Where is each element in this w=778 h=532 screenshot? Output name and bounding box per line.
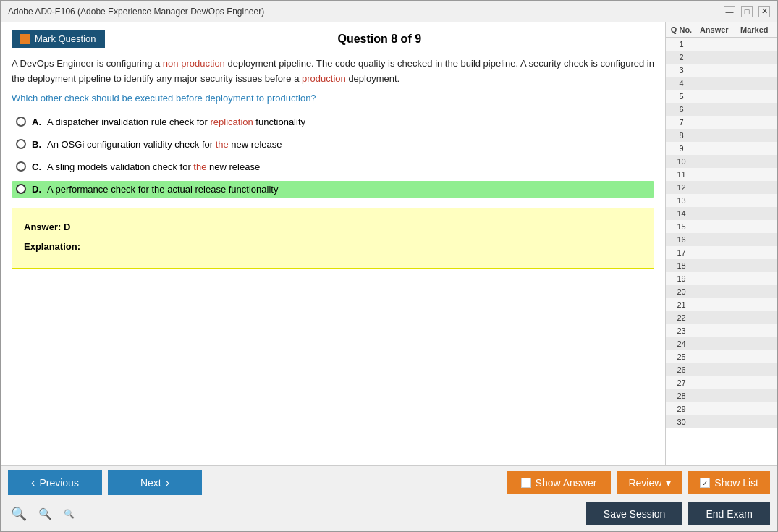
row-qno: 13 — [669, 196, 694, 205]
option-d-label: D. — [32, 184, 41, 195]
next-label: Next — [140, 477, 161, 489]
window-title: Adobe AD0-E106 (Adobe Experience Manager… — [8, 7, 264, 17]
list-item[interactable]: 3 — [666, 64, 777, 77]
list-item[interactable]: 26 — [666, 363, 777, 376]
list-item[interactable]: 27 — [666, 376, 777, 389]
list-item[interactable]: 20 — [666, 285, 777, 298]
list-item[interactable]: 13 — [666, 194, 777, 207]
list-item[interactable]: 12 — [666, 181, 777, 194]
list-item[interactable]: 4 — [666, 77, 777, 90]
list-item[interactable]: 29 — [666, 402, 777, 415]
row-qno: 23 — [669, 326, 694, 335]
previous-label: Previous — [39, 477, 78, 489]
list-item[interactable]: 9 — [666, 142, 777, 155]
radio-b[interactable] — [16, 139, 26, 149]
list-item[interactable]: 19 — [666, 272, 777, 285]
bottom-buttons-row: ‹ Previous Next › Show Answer Review ▾ ✓… — [1, 466, 777, 499]
radio-a[interactable] — [16, 117, 26, 127]
answer-text: Answer: D — [24, 221, 70, 232]
prev-arrow-icon: ‹ — [31, 476, 35, 489]
list-item[interactable]: 11 — [666, 168, 777, 181]
explanation-label: Explanation: — [24, 241, 80, 252]
zoom-in-button[interactable]: 🔍 — [8, 504, 30, 523]
row-qno: 22 — [669, 313, 694, 322]
row-qno: 12 — [669, 183, 694, 192]
list-item[interactable]: 16 — [666, 233, 777, 246]
zoom-out-button[interactable]: 🔍 — [61, 507, 77, 520]
end-exam-button[interactable]: End Exam — [688, 502, 770, 525]
review-dropdown-icon: ▾ — [666, 477, 671, 489]
option-c-label: C. — [32, 161, 41, 172]
list-item[interactable]: 23 — [666, 324, 777, 337]
row-qno: 14 — [669, 209, 694, 218]
row-qno: 11 — [669, 170, 694, 179]
row-qno: 4 — [669, 79, 694, 88]
list-item[interactable]: 5 — [666, 90, 777, 103]
option-b[interactable]: B. An OSGi configuration validity check … — [12, 136, 654, 153]
show-answer-button[interactable]: Show Answer — [507, 471, 612, 494]
list-item[interactable]: 8 — [666, 129, 777, 142]
list-item[interactable]: 18 — [666, 259, 777, 272]
list-item[interactable]: 7 — [666, 116, 777, 129]
radio-d[interactable] — [16, 184, 26, 194]
list-item[interactable]: 2 — [666, 51, 777, 64]
mark-question-button[interactable]: Mark Question — [12, 30, 105, 48]
list-item[interactable]: 6 — [666, 103, 777, 116]
list-item[interactable]: 24 — [666, 337, 777, 350]
right-panel-header: Q No. Answer Marked — [666, 22, 777, 38]
option-a[interactable]: A. A dispatcher invalidation rule check … — [12, 114, 654, 130]
which-question-text: Which other check should be executed bef… — [12, 93, 654, 104]
option-b-label: B. — [32, 139, 41, 150]
list-item[interactable]: 14 — [666, 207, 777, 220]
option-b-text: An OSGi configuration validity check for… — [47, 139, 282, 150]
option-d[interactable]: D. A performance check for the actual re… — [12, 181, 654, 198]
close-button[interactable]: ✕ — [758, 6, 770, 17]
maximize-button[interactable]: □ — [741, 6, 753, 17]
list-item[interactable]: 22 — [666, 311, 777, 324]
left-panel: Mark Question Question 8 of 9 A DevOps E… — [1, 22, 665, 465]
option-d-text: A performance check for the actual relea… — [47, 184, 278, 195]
list-item[interactable]: 21 — [666, 298, 777, 311]
list-item[interactable]: 28 — [666, 389, 777, 402]
list-item[interactable]: 30 — [666, 415, 777, 428]
row-qno: 7 — [669, 118, 694, 127]
row-qno: 25 — [669, 352, 694, 361]
option-a-text: A dispatcher invalidation rule check for… — [47, 117, 305, 127]
window-controls: — □ ✕ — [724, 6, 770, 17]
row-qno: 30 — [669, 418, 694, 426]
minimize-button[interactable]: — — [724, 6, 735, 17]
row-qno: 26 — [669, 366, 694, 374]
answer-line: Answer: D — [24, 219, 642, 235]
right-panel: Q No. Answer Marked 12345678910111213141… — [665, 22, 777, 465]
answer-box: Answer: D Explanation: — [12, 208, 654, 269]
list-item[interactable]: 15 — [666, 220, 777, 233]
list-item[interactable]: 25 — [666, 350, 777, 363]
radio-c[interactable] — [16, 161, 26, 172]
next-button[interactable]: Next › — [108, 470, 202, 495]
zoom-reset-button[interactable]: 🔍 — [35, 506, 55, 522]
highlight-non-production: non production — [163, 58, 225, 69]
mark-icon — [20, 34, 30, 44]
list-item[interactable]: 17 — [666, 246, 777, 259]
bottom-bar: ‹ Previous Next › Show Answer Review ▾ ✓… — [1, 465, 777, 531]
row-qno: 9 — [669, 144, 694, 153]
show-list-label: Show List — [714, 477, 758, 489]
row-qno: 18 — [669, 261, 694, 270]
save-session-button[interactable]: Save Session — [586, 502, 683, 525]
row-qno: 21 — [669, 300, 694, 309]
review-button[interactable]: Review ▾ — [617, 471, 682, 494]
previous-button[interactable]: ‹ Previous — [8, 470, 102, 495]
show-list-button[interactable]: ✓ Show List — [688, 471, 770, 494]
row-qno: 10 — [669, 157, 694, 166]
save-session-label: Save Session — [604, 508, 666, 520]
row-qno: 5 — [669, 92, 694, 101]
option-c[interactable]: C. A sling models validation check for t… — [12, 159, 654, 175]
question-list[interactable]: 1234567891011121314151617181920212223242… — [666, 38, 777, 465]
bottom-actions-row: 🔍 🔍 🔍 Save Session End Exam — [1, 499, 777, 531]
row-qno: 16 — [669, 235, 694, 244]
list-item[interactable]: 1 — [666, 38, 777, 51]
review-label: Review — [628, 477, 661, 489]
end-exam-label: End Exam — [706, 508, 753, 520]
list-item[interactable]: 10 — [666, 155, 777, 168]
col-marked: Marked — [735, 25, 775, 34]
